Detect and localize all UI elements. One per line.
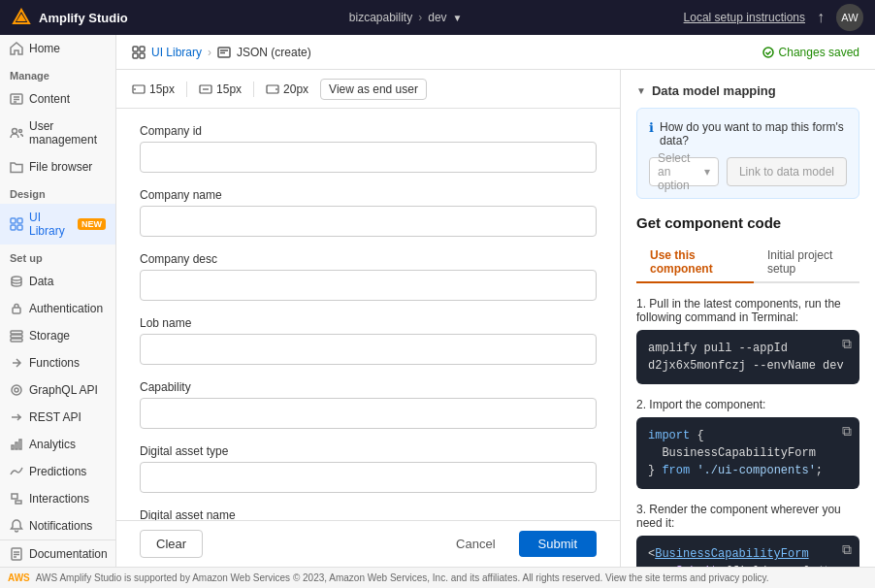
data-model-section-header: ▼ Data model mapping xyxy=(636,83,859,98)
sidebar-item-interactions[interactable]: Interactions xyxy=(0,485,115,512)
sidebar-content-label: Content xyxy=(29,92,70,106)
cancel-button[interactable]: Cancel xyxy=(440,531,510,557)
form-field-lob-name: Lob name xyxy=(140,316,597,365)
local-setup-link[interactable]: Local setup instructions xyxy=(684,11,805,24)
toolbar-padding-left[interactable]: 15px xyxy=(132,82,175,96)
sidebar-item-graphql[interactable]: GraphQL API xyxy=(0,376,115,404)
svg-rect-15 xyxy=(11,335,22,338)
svg-rect-33 xyxy=(133,53,138,58)
sidebar-item-authentication[interactable]: Authentication xyxy=(0,295,115,322)
svg-rect-16 xyxy=(11,339,22,342)
step1-code-block: amplify pull --appId d2jx6x5monfczj --en… xyxy=(636,330,859,384)
storage-icon xyxy=(10,329,23,343)
sidebar-item-ui-library[interactable]: UI Library NEW xyxy=(0,204,115,245)
step3-code-block: ⧉ <BusinessCapabilityForm onSubmit={fiel… xyxy=(636,536,859,567)
company-name-input[interactable] xyxy=(140,206,597,237)
avatar[interactable]: AW xyxy=(836,4,863,31)
step1-code-text: amplify pull --appId d2jx6x5monfczj --en… xyxy=(648,342,844,373)
link-data-model-button: Link to data model xyxy=(727,157,847,186)
sidebar-item-notifications[interactable]: Notifications xyxy=(0,512,115,539)
svg-point-7 xyxy=(19,130,22,133)
lob-name-label: Lob name xyxy=(140,316,597,330)
sidebar-item-rest-api[interactable]: REST API xyxy=(0,404,115,431)
user-management-icon xyxy=(10,126,23,140)
toolbar-padding-right[interactable]: 20px xyxy=(266,82,308,96)
form-field-digital-asset-type: Digital asset type xyxy=(140,444,597,493)
toolbar-sep-1 xyxy=(186,82,187,97)
company-id-input[interactable] xyxy=(140,142,597,173)
tab-initial-project-setup[interactable]: Initial project setup xyxy=(754,243,859,283)
step2-copy-button[interactable]: ⧉ xyxy=(842,423,852,440)
step2-code-block: ⧉ import { BusinessCapabilityForm } from… xyxy=(636,417,859,489)
lob-name-input[interactable] xyxy=(140,334,597,365)
ui-library-new-badge: NEW xyxy=(78,218,106,230)
rest-api-icon xyxy=(10,410,23,424)
env-dropdown-arrow-icon[interactable]: ▼ xyxy=(453,13,463,23)
company-desc-label: Company desc xyxy=(140,252,597,266)
sidebar-item-home[interactable]: Home xyxy=(0,35,115,62)
view-as-user-button[interactable]: View as end user xyxy=(320,79,427,100)
info-icon: ℹ xyxy=(649,120,654,135)
form-field-company-id: Company id xyxy=(140,124,597,173)
digital-asset-type-input[interactable] xyxy=(140,462,597,493)
clear-button[interactable]: Clear xyxy=(140,530,203,558)
tab-use-component[interactable]: Use this component xyxy=(636,243,754,283)
sidebar-item-user-management[interactable]: User management xyxy=(0,113,115,153)
form-panel: 15px 15px 20px View as end user xyxy=(116,70,621,567)
svg-rect-32 xyxy=(140,47,145,51)
company-name-label: Company name xyxy=(140,188,597,202)
toolbar-padding-middle[interactable]: 15px xyxy=(199,82,242,96)
padding-right-value: 20px xyxy=(283,82,308,96)
digital-asset-name-label: Digital asset name xyxy=(140,508,597,520)
topbar-right: Local setup instructions ↑ AW xyxy=(684,4,863,31)
data-model-section-title: Data model mapping xyxy=(652,83,776,98)
data-model-select[interactable]: Select an option ▾ xyxy=(649,157,719,186)
step1-copy-button[interactable]: ⧉ xyxy=(842,336,852,352)
split-area: 15px 15px 20px View as end user xyxy=(116,70,875,567)
breadcrumb-ui-library[interactable]: UI Library xyxy=(151,46,202,59)
sidebar-item-content[interactable]: Content xyxy=(0,85,115,113)
svg-rect-14 xyxy=(11,331,22,334)
sidebar-item-functions[interactable]: Functions xyxy=(0,349,115,376)
topbar-left: Amplify Studio xyxy=(12,8,128,27)
changes-saved-status: Changes saved xyxy=(762,46,859,59)
sidebar-item-storage[interactable]: Storage xyxy=(0,322,115,349)
sidebar-item-predictions[interactable]: Predictions xyxy=(0,458,115,485)
bottom-bar-text: AWS Amplify Studio is supported by Amazo… xyxy=(36,572,769,583)
aws-logo: AWS xyxy=(8,572,30,583)
sidebar-item-analytics[interactable]: Analytics xyxy=(0,431,115,458)
step3-copy-button[interactable]: ⧉ xyxy=(842,541,852,558)
authentication-icon xyxy=(10,302,23,315)
checkmark-circle-icon xyxy=(762,46,775,59)
content-icon xyxy=(10,92,23,106)
form-toolbar: 15px 15px 20px View as end user xyxy=(116,70,620,109)
company-desc-input[interactable] xyxy=(140,270,597,301)
upload-icon[interactable]: ↑ xyxy=(817,9,825,26)
main-layout: Home Manage Content User management File… xyxy=(0,35,875,567)
capability-input[interactable] xyxy=(140,398,597,429)
form-field-company-name: Company name xyxy=(140,188,597,237)
app-title: Amplify Studio xyxy=(39,11,128,25)
notifications-icon xyxy=(10,519,23,533)
changes-saved-text: Changes saved xyxy=(779,46,859,59)
breadcrumb-app: bizcapability xyxy=(349,11,412,24)
svg-rect-8 xyxy=(11,218,16,223)
amplify-logo-icon xyxy=(12,8,31,27)
sidebar-item-file-browser[interactable]: File browser xyxy=(0,153,115,180)
sidebar-file-browser-label: File browser xyxy=(29,160,92,174)
content-area: UI Library › JSON (create) Changes saved… xyxy=(116,35,875,567)
capability-label: Capability xyxy=(140,380,597,394)
ui-library-icon xyxy=(10,217,23,231)
sidebar-interactions-label: Interactions xyxy=(29,492,89,506)
submit-button[interactable]: Submit xyxy=(519,531,597,557)
sidebar-item-documentation[interactable]: Documentation xyxy=(0,540,115,567)
interactions-icon xyxy=(10,492,23,506)
svg-rect-9 xyxy=(17,218,22,223)
svg-rect-21 xyxy=(19,440,21,449)
get-component-code-title: Get component code xyxy=(636,214,859,231)
sidebar-predictions-label: Predictions xyxy=(29,465,86,478)
sidebar-item-data[interactable]: Data xyxy=(0,268,115,295)
data-icon xyxy=(10,275,23,288)
svg-rect-10 xyxy=(11,225,16,230)
sidebar-user-mgmt-label: User management xyxy=(29,119,106,147)
